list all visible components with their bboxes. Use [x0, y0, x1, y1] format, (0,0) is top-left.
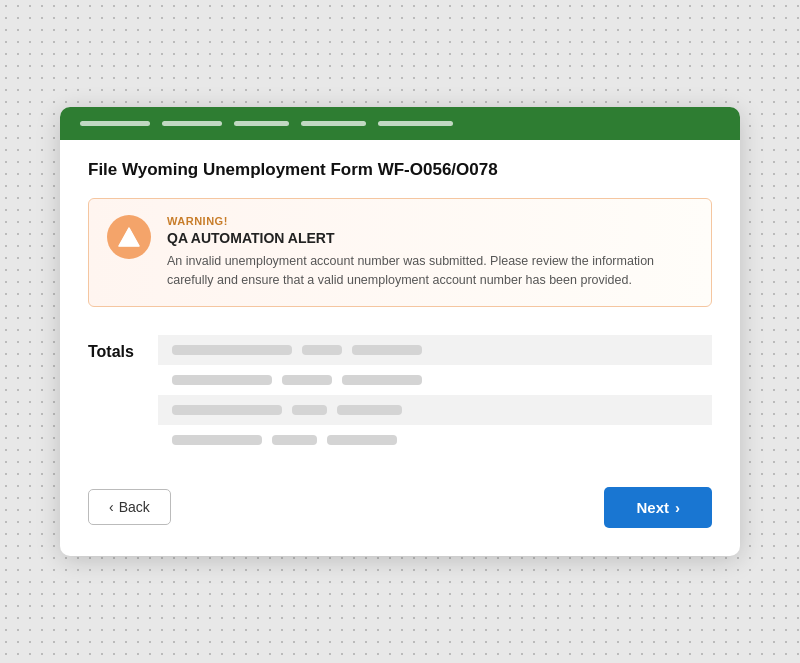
next-button-label: Next — [636, 499, 669, 516]
skeleton-bar — [352, 345, 422, 355]
warning-icon — [117, 225, 141, 249]
table-row — [158, 335, 712, 365]
alert-title: QA AUTOMATION ALERT — [167, 230, 693, 246]
skeleton-bar — [337, 405, 402, 415]
skeleton-bar — [172, 435, 262, 445]
back-button-label: Back — [119, 499, 150, 515]
skeleton-bar — [327, 435, 397, 445]
modal-body: File Wyoming Unemployment Form WF-O056/O… — [60, 140, 740, 556]
header-dash — [162, 121, 222, 126]
table-row — [158, 365, 712, 395]
alert-content: WARNING! QA AUTOMATION ALERT An invalid … — [167, 215, 693, 290]
chevron-left-icon: ‹ — [109, 499, 114, 515]
totals-rows — [158, 335, 712, 455]
header-dash — [301, 121, 366, 126]
alert-message: An invalid unemployment account number w… — [167, 252, 693, 290]
skeleton-bar — [302, 345, 342, 355]
back-button[interactable]: ‹ Back — [88, 489, 171, 525]
skeleton-bar — [172, 375, 272, 385]
table-row — [158, 425, 712, 455]
alert-box: WARNING! QA AUTOMATION ALERT An invalid … — [88, 198, 712, 307]
totals-label: Totals — [88, 335, 138, 455]
table-row — [158, 395, 712, 425]
alert-icon-wrap — [107, 215, 151, 259]
modal-header — [60, 107, 740, 140]
header-dash — [378, 121, 453, 126]
skeleton-bar — [272, 435, 317, 445]
svg-point-1 — [128, 242, 130, 244]
skeleton-bar — [292, 405, 327, 415]
totals-section: Totals — [88, 335, 712, 455]
next-button[interactable]: Next › — [604, 487, 712, 528]
skeleton-bar — [172, 405, 282, 415]
skeleton-bar — [342, 375, 422, 385]
skeleton-bar — [282, 375, 332, 385]
modal-container: File Wyoming Unemployment Form WF-O056/O… — [60, 107, 740, 556]
chevron-right-icon: › — [675, 499, 680, 516]
footer: ‹ Back Next › — [88, 483, 712, 528]
header-dash — [234, 121, 289, 126]
skeleton-bar — [172, 345, 292, 355]
header-dash — [80, 121, 150, 126]
alert-label: WARNING! — [167, 215, 693, 227]
page-title: File Wyoming Unemployment Form WF-O056/O… — [88, 160, 712, 180]
